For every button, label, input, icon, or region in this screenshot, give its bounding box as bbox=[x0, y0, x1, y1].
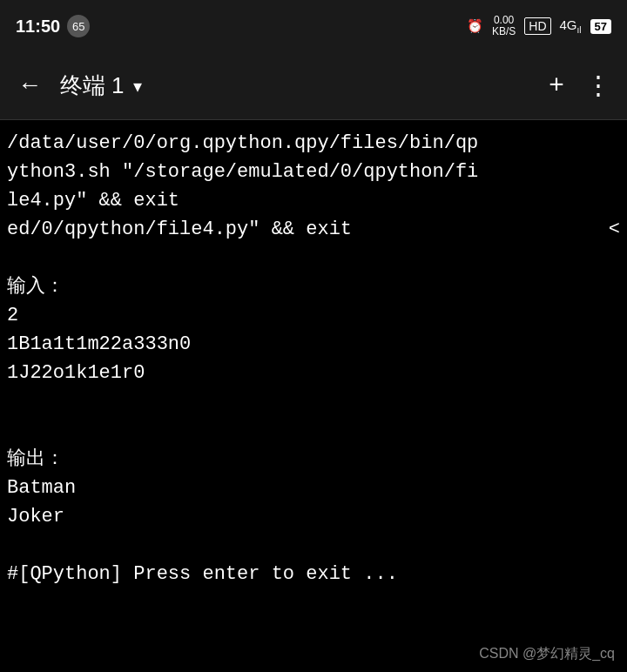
terminal-line bbox=[7, 244, 620, 272]
terminal-line: 2 bbox=[7, 301, 620, 330]
terminal-line bbox=[7, 531, 620, 560]
terminal-output[interactable]: /data/user/0/org.qpython.qpy/files/bin/q… bbox=[0, 120, 627, 672]
toolbar-title: 终端 1 ▾ bbox=[60, 71, 533, 101]
terminal-line bbox=[7, 416, 620, 445]
status-right: ⏰ 0.00KB/S HD 4Gıl 57 bbox=[467, 15, 611, 37]
terminal-line: Batman bbox=[7, 474, 620, 502]
terminal-line: ython3.sh "/storage/emulated/0/qpython/f… bbox=[7, 158, 620, 186]
add-terminal-button[interactable]: + bbox=[549, 71, 564, 101]
terminal-line: 1B1a1t1m22a333n0 bbox=[7, 330, 620, 359]
status-time: 11:50 bbox=[16, 17, 60, 37]
hd-badge: HD bbox=[524, 17, 550, 35]
back-button[interactable]: ← bbox=[16, 65, 44, 106]
battery-icon: 57 bbox=[590, 19, 611, 34]
terminal-input-label: 输入： bbox=[7, 272, 620, 301]
toolbar: ← 终端 1 ▾ + ⋮ bbox=[0, 52, 627, 120]
terminal-line: /data/user/0/org.qpython.qpy/files/bin/q… bbox=[7, 129, 620, 158]
terminal-line: ed/0/qpython/file4.py" && exit < bbox=[7, 215, 620, 244]
alarm-icon: ⏰ bbox=[467, 18, 483, 34]
terminal-arrow: < bbox=[609, 215, 620, 244]
terminal-line-text: ed/0/qpython/file4.py" && exit bbox=[7, 215, 352, 244]
data-speed: 0.00KB/S bbox=[492, 15, 516, 37]
signal-icon: 4Gıl bbox=[560, 17, 582, 35]
terminal-line: Joker bbox=[7, 502, 620, 531]
more-options-button[interactable]: ⋮ bbox=[585, 70, 611, 102]
status-bar: 11:50 65 ⏰ 0.00KB/S HD 4Gıl 57 bbox=[0, 0, 627, 52]
terminal-line: 1J22o1k1e1r0 bbox=[7, 359, 620, 387]
terminal-exit-prompt: #[QPython] Press enter to exit ... bbox=[7, 560, 620, 588]
terminal-line: le4.py" && exit bbox=[7, 186, 620, 215]
watermark: CSDN @梦幻精灵_cq bbox=[479, 645, 615, 663]
status-left: 11:50 65 bbox=[16, 15, 90, 37]
terminal-line bbox=[7, 387, 620, 416]
terminal-title-text: 终端 1 bbox=[60, 71, 125, 101]
toolbar-actions: + ⋮ bbox=[549, 70, 611, 102]
terminal-output-label: 输出： bbox=[7, 445, 620, 474]
dropdown-button[interactable]: ▾ bbox=[133, 76, 142, 97]
status-badge: 65 bbox=[67, 15, 90, 37]
